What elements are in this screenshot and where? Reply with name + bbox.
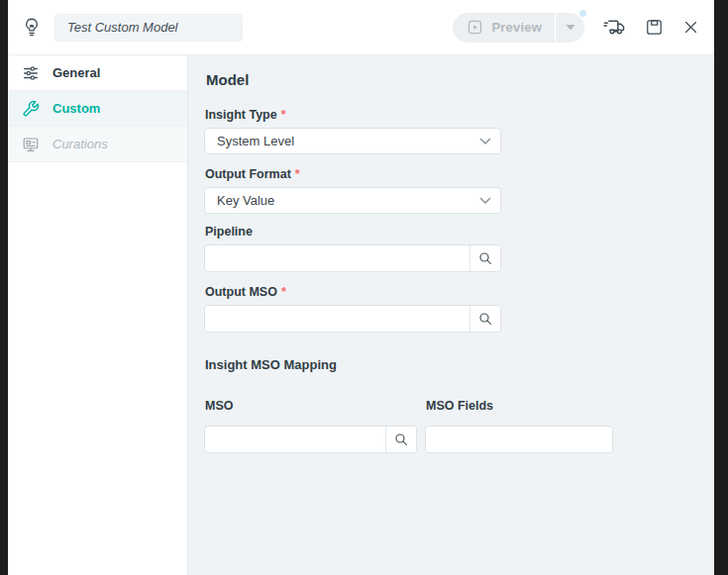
required-asterisk: * <box>281 285 286 300</box>
sidebar-item-curations[interactable]: Curations <box>8 127 187 162</box>
mso-fields-input[interactable] <box>425 426 613 453</box>
output-mso-label: Output MSO * <box>205 285 698 300</box>
pipeline-search-button[interactable] <box>469 245 500 271</box>
pipeline-field <box>204 244 501 272</box>
output-format-value: Key Value <box>217 193 274 208</box>
mso-fields-label: MSO Fields <box>426 399 613 414</box>
preview-button[interactable]: Preview <box>453 13 555 43</box>
caret-down-icon <box>566 24 575 31</box>
main-panel: Model Insight Type * System Level Output… <box>188 55 714 575</box>
preview-caret-button[interactable] <box>555 13 584 43</box>
sidebar-item-general[interactable]: General <box>8 55 187 91</box>
wrench-icon <box>22 100 40 118</box>
sidebar-item-custom[interactable]: Custom <box>8 91 187 127</box>
truck-icon <box>603 17 626 38</box>
mso-field <box>204 426 417 453</box>
notification-dot <box>579 10 586 17</box>
search-icon <box>477 311 493 327</box>
pipeline-label: Pipeline <box>205 225 698 240</box>
output-mso-input[interactable] <box>205 306 469 332</box>
preview-split-button: Preview <box>453 13 584 43</box>
output-format-label: Output Format * <box>205 167 698 182</box>
model-name-input[interactable] <box>54 14 243 42</box>
pipeline-input[interactable] <box>205 245 469 271</box>
search-icon <box>477 250 493 266</box>
mso-input[interactable] <box>205 427 385 452</box>
sidebar-item-label: Curations <box>52 137 108 151</box>
monitor-icon <box>22 136 40 153</box>
deploy-button[interactable] <box>603 17 626 38</box>
preview-button-label: Preview <box>491 20 542 35</box>
save-icon <box>645 18 664 37</box>
required-asterisk: * <box>281 108 286 123</box>
insight-type-value: System Level <box>217 134 294 148</box>
sliders-icon <box>22 64 40 82</box>
output-format-select[interactable]: Key Value <box>204 187 501 214</box>
page-title: Model <box>206 71 698 88</box>
insight-type-label: Insight Type * <box>205 108 698 123</box>
lightbulb-icon <box>22 17 42 39</box>
custom-model-dialog: Preview <box>8 0 714 575</box>
sidebar-item-label: Custom <box>52 101 100 116</box>
mso-label: MSO <box>205 399 417 414</box>
close-icon <box>682 19 699 36</box>
insight-type-select[interactable]: System Level <box>204 128 501 154</box>
chevron-down-icon <box>479 197 491 205</box>
mapping-section-title: Insight MSO Mapping <box>205 357 698 372</box>
output-mso-search-button[interactable] <box>469 306 500 332</box>
sidebar: General Custom <box>8 55 188 575</box>
play-icon <box>467 19 483 36</box>
output-mso-field <box>204 305 501 333</box>
required-asterisk: * <box>295 167 300 182</box>
save-button[interactable] <box>645 18 664 37</box>
dialog-header: Preview <box>8 0 714 55</box>
search-icon <box>393 431 409 447</box>
sidebar-item-label: General <box>52 65 100 80</box>
close-button[interactable] <box>682 19 699 36</box>
chevron-down-icon <box>479 138 491 145</box>
mso-search-button[interactable] <box>385 427 416 452</box>
